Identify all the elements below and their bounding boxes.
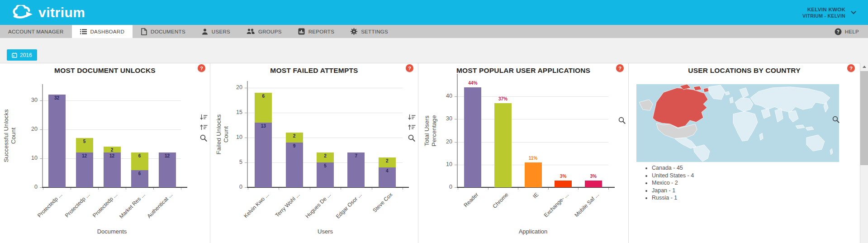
zoom-icon[interactable]	[832, 116, 840, 123]
dashboard-panels: MOST DOCUMENT UNLOCKS ?010203032Protecte…	[0, 63, 868, 243]
country-count-item: Russia - 1	[652, 195, 694, 201]
x-tick-mark	[608, 188, 609, 190]
bar	[525, 162, 542, 187]
y-tick-mark	[245, 88, 247, 88]
x-tick-mark	[153, 188, 154, 190]
sort-asc-icon[interactable]	[200, 124, 208, 131]
dashboard-list-icon	[80, 29, 87, 34]
nav-item-reports[interactable]: REPORTS	[290, 25, 342, 38]
vertical-scrollbar[interactable]	[860, 63, 868, 243]
gear-icon	[351, 28, 357, 35]
bar-value-label: 37%	[492, 96, 514, 101]
y-tick-mark	[245, 138, 247, 138]
panel-help-badge[interactable]: ?	[616, 64, 624, 72]
bar	[585, 181, 602, 187]
nav-item-settings[interactable]: SETTINGS	[342, 25, 396, 38]
sort-desc-icon[interactable]	[200, 114, 208, 121]
sort-asc-icon[interactable]	[408, 124, 416, 131]
bar-value-label: 6	[131, 153, 148, 158]
nav-item-dashboard[interactable]: DASHBOARD	[72, 25, 133, 38]
bar-value-label: 5	[76, 139, 93, 144]
x-tick-mark	[458, 188, 458, 190]
x-tick-mark	[341, 188, 341, 190]
bar	[555, 181, 572, 187]
bar-value-label: 32	[48, 95, 66, 100]
zoom-icon[interactable]	[408, 134, 416, 142]
panel-help-badge[interactable]: ?	[847, 64, 855, 72]
x-category-label: Edgar Osor ...	[335, 191, 363, 220]
x-category-label: Protectedp ...	[36, 191, 63, 219]
axis-tick-label: 0	[17, 184, 38, 190]
x-category-label: Steve Cox	[372, 191, 394, 214]
nav-label: DASHBOARD	[90, 29, 125, 34]
panel-title: MOST FAILED ATTEMPTS	[210, 67, 418, 75]
panel-title: MOST DOCUMENT UNLOCKS	[0, 67, 210, 75]
bar-value-label: 44%	[462, 81, 484, 86]
nav-item-account-manager[interactable]: ACCOUNT MANAGER	[0, 25, 72, 38]
axis-tick-label: 0	[222, 184, 242, 190]
nav-label: USERS	[212, 29, 230, 34]
year-filter-label: 2016	[20, 52, 32, 58]
sort-desc-icon[interactable]	[408, 114, 416, 121]
bar-value-label: 11%	[522, 156, 544, 161]
world-map[interactable]	[636, 84, 839, 162]
year-filter-button[interactable]: 2016	[7, 49, 37, 61]
x-category-label: Market Res ...	[118, 191, 147, 220]
bar-value-label: 13	[255, 124, 272, 129]
bar	[494, 103, 512, 187]
scrollbar-up-arrow-icon[interactable]	[860, 63, 868, 71]
nav-item-documents[interactable]: DOCUMENTS	[133, 25, 194, 38]
bar-value-label: 6	[131, 171, 148, 176]
bar-value-label: 3%	[552, 174, 574, 179]
y-axis-title: Successful UnlocksCount	[3, 109, 17, 162]
x-category-label: Protectedp ...	[64, 191, 91, 219]
main-nav: ACCOUNT MANAGER DASHBOARD DOCUMENTS	[0, 25, 868, 38]
vitrium-dashboard: vitrium KELVIN KWOK VITRIUM - KELVIN ACC…	[0, 0, 868, 243]
x-category-label: Chrome	[492, 191, 510, 210]
bar-value-label: 12	[159, 153, 176, 158]
axis-tick-label: 20	[17, 126, 38, 132]
x-category-label: IE	[531, 191, 540, 200]
nav-item-users[interactable]: USERS	[194, 25, 238, 38]
panel-most-failed-attempts: MOST FAILED ATTEMPTS ?05101520136Kelvin …	[210, 63, 418, 243]
x-tick-mark	[548, 188, 549, 190]
bar-value-label: 12	[76, 153, 93, 158]
panel-help-badge[interactable]: ?	[406, 64, 413, 72]
zoom-icon[interactable]	[200, 134, 208, 142]
axis-tick-label: 40	[432, 93, 452, 99]
y-tick-mark	[245, 187, 247, 188]
y-axis-title: Failed UnlocksCount	[215, 114, 230, 154]
x-tick-mark	[310, 188, 310, 190]
user-icon	[202, 29, 208, 35]
axis-tick-label: 10	[432, 161, 452, 167]
nav-item-help[interactable]: ? HELP	[825, 25, 868, 38]
axis-tick-label: 30	[17, 97, 38, 103]
panel-most-document-unlocks: MOST DOCUMENT UNLOCKS ?010203032Protecte…	[0, 63, 210, 243]
panel-title: MOST POPULAR USER APPLICATIONS	[418, 67, 628, 75]
svg-text:?: ?	[837, 29, 840, 34]
y-tick-mark	[455, 165, 457, 165]
scrollbar-thumb[interactable]	[860, 71, 868, 165]
x-tick-mark	[488, 188, 489, 190]
nav-label: GROUPS	[258, 29, 282, 34]
country-count-list: Canada - 45United States - 4Mexico - 2Ja…	[645, 165, 694, 202]
nav-label: REPORTS	[308, 29, 334, 34]
x-category-label: Hugues De ...	[304, 191, 332, 219]
bar-segment	[286, 143, 303, 187]
panel-help-badge[interactable]: ?	[198, 64, 205, 72]
y-tick-mark	[455, 187, 457, 188]
y-tick-mark	[455, 96, 457, 97]
y-axis-line	[247, 81, 248, 187]
x-tick-mark	[279, 188, 279, 190]
zoom-icon[interactable]	[618, 117, 626, 124]
cloud-arrow-logo-icon	[12, 5, 34, 20]
vitrium-logo[interactable]: vitrium	[12, 5, 85, 20]
nav-item-groups[interactable]: GROUPS	[238, 25, 290, 38]
panel-title: USER LOCATIONS BY COUNTRY	[629, 67, 860, 75]
bar-value-label: 2	[286, 133, 303, 138]
user-menu[interactable]: KELVIN KWOK VITRIUM - KELVIN	[802, 7, 856, 19]
app-header: vitrium KELVIN KWOK VITRIUM - KELVIN	[0, 0, 868, 25]
user-name: KELVIN KWOK	[802, 7, 845, 12]
y-tick-mark	[40, 158, 42, 159]
y-axis-line	[457, 74, 458, 187]
